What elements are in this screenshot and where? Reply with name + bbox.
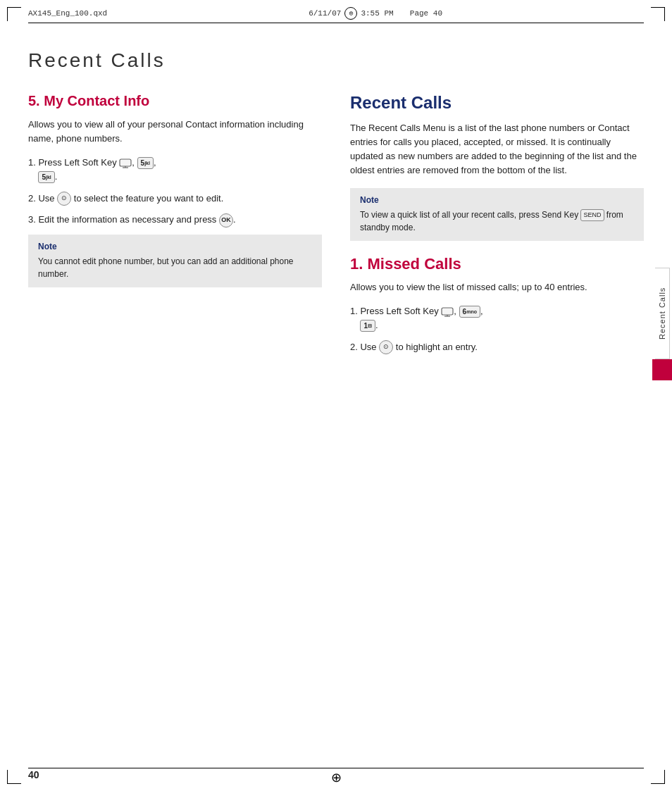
main-content: Recent Calls 5. My Contact Info Allows y… — [28, 35, 644, 763]
bottom-rule — [28, 768, 644, 768]
soft-key-icon-2 — [441, 307, 454, 317]
top-bar: AX145_Eng_100.qxd 6/11/07 ⊕ 3:55 PM Page… — [28, 7, 644, 20]
corner-mark-tr — [651, 7, 665, 21]
missed-calls-intro: Allows you to view the list of missed ca… — [350, 280, 644, 294]
nav-wheel-icon-2: ⊙ — [379, 340, 393, 354]
header-date-time: 6/11/07 ⊕ 3:55 PM Page 40 — [309, 7, 442, 20]
send-key-icon: SEND — [580, 209, 604, 222]
svg-rect-0 — [120, 159, 131, 166]
note-label-right: Note — [360, 195, 634, 205]
side-tab-red-block — [652, 359, 672, 380]
side-tab: Recent Calls — [652, 268, 672, 380]
right-column: Recent Calls The Recent Calls Menu is a … — [350, 93, 644, 361]
my-contact-info-intro: Allows you to view all of your personal … — [28, 118, 322, 146]
nav-wheel-icon-1: ⊙ — [57, 192, 71, 206]
recent-calls-heading: Recent Calls — [350, 93, 644, 113]
step-3: 3. Edit the information as necessary and… — [28, 213, 322, 228]
svg-rect-3 — [442, 308, 453, 315]
step-1-text: 1. Press Left Soft Key , 5 jkl, 5 jkl. — [28, 156, 322, 184]
soft-key-icon-1 — [119, 158, 132, 168]
missed-step-1-text: 1. Press Left Soft Key , 6 mno, 1 ⊟. — [350, 304, 644, 332]
page-number: 40 — [28, 769, 39, 780]
note-box-right: Note To view a quick list of all your re… — [350, 188, 644, 242]
missed-calls-heading: 1. Missed Calls — [350, 255, 644, 273]
two-column-layout: 5. My Contact Info Allows you to view al… — [28, 93, 644, 361]
left-column: 5. My Contact Info Allows you to view al… — [28, 93, 322, 361]
missed-step-2: 2. Use ⊙ to highlight an entry. — [350, 340, 644, 355]
step-1: 1. Press Left Soft Key , 5 jkl, 5 jkl. — [28, 156, 322, 184]
missed-step-1: 1. Press Left Soft Key , 6 mno, 1 ⊟. — [350, 304, 644, 332]
corner-mark-bl — [7, 770, 21, 784]
circle-cross-bottom: ⊕ — [331, 770, 342, 785]
header-filename: AX145_Eng_100.qxd — [28, 9, 107, 18]
step-2-text: 2. Use ⊙ to select the feature you want … — [28, 192, 322, 206]
top-rule — [28, 23, 644, 23]
note-text-left: You cannot edit phone number, but you ca… — [38, 255, 312, 280]
note-label-left: Note — [38, 242, 312, 251]
my-contact-info-heading: 5. My Contact Info — [28, 93, 322, 109]
key-5jkl-2: 5 jkl — [38, 171, 54, 183]
page-title: Recent Calls — [28, 49, 644, 72]
corner-mark-tl — [7, 7, 21, 21]
step-2: 2. Use ⊙ to select the feature you want … — [28, 192, 322, 206]
note-text-right: To view a quick list of all your recent … — [360, 208, 634, 235]
side-tab-label: Recent Calls — [655, 268, 670, 359]
circle-cross-top: ⊕ — [344, 7, 357, 20]
key-ok-1: OK — [219, 213, 233, 228]
missed-step-2-text: 2. Use ⊙ to highlight an entry. — [350, 340, 644, 355]
key-1: 1 ⊟ — [360, 320, 375, 332]
key-6mno: 6 mno — [459, 306, 480, 318]
key-5jkl-1: 5 jkl — [137, 157, 154, 169]
recent-calls-intro: The Recent Calls Menu is a list of the l… — [350, 121, 644, 178]
corner-mark-br — [651, 770, 665, 784]
note-box-left: Note You cannot edit phone number, but y… — [28, 235, 322, 287]
step-3-text: 3. Edit the information as necessary and… — [28, 213, 322, 228]
